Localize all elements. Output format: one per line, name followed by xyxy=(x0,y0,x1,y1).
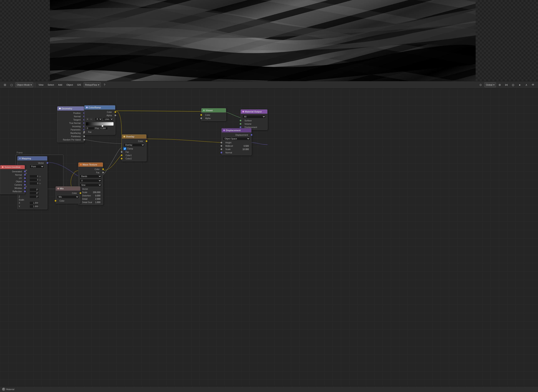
map-locx-input[interactable] xyxy=(29,175,39,178)
map-type-select[interactable]: Point xyxy=(29,165,44,168)
node-wave-texture[interactable]: Wave Texture Color Fac Bands X xyxy=(78,162,103,205)
node-displacement[interactable]: Displacement Displacement Object Space H… xyxy=(221,128,252,155)
eye-icon[interactable]: 👁 xyxy=(530,82,536,88)
mix-header[interactable]: Mix xyxy=(56,187,80,191)
wt-x-select[interactable]: X xyxy=(80,179,102,182)
tc-object-socket[interactable] xyxy=(24,181,26,182)
geometry-header[interactable]: Geometry xyxy=(57,106,84,111)
object-mode-dropdown[interactable]: Object Mode ▾ xyxy=(15,82,33,87)
help-icon[interactable]: ? xyxy=(102,82,108,88)
disp-out-socket[interactable] xyxy=(251,134,252,136)
map-rotx-input[interactable] xyxy=(29,188,39,191)
map-locy-input[interactable] xyxy=(29,178,39,182)
cr-pos-input[interactable] xyxy=(86,127,94,130)
ov-color1-socket[interactable] xyxy=(121,154,122,156)
node-colorramp[interactable]: ColorRamp Color Alpha + − RGB Linear xyxy=(84,105,115,135)
tc-camera-socket[interactable] xyxy=(24,184,26,186)
mix-mode-select[interactable]: Mix xyxy=(57,195,79,199)
overlay-header[interactable]: Overlay xyxy=(122,135,146,139)
tc-normal-socket[interactable] xyxy=(24,174,26,176)
snap-icon[interactable]: ⋈ xyxy=(504,82,509,88)
mix-color-socket[interactable] xyxy=(80,192,81,194)
map-rotz-input[interactable] xyxy=(29,195,39,198)
node-mix[interactable]: Mix Color Mix Color xyxy=(56,186,80,204)
retopo-dropdown[interactable]: RetopoFlow ▾ xyxy=(84,82,101,87)
disp-mid-socket[interactable] xyxy=(220,145,222,147)
tc-generated-socket[interactable] xyxy=(24,171,26,172)
map-vector-socket[interactable] xyxy=(47,162,48,164)
viewer-header[interactable]: Viewer xyxy=(201,108,226,112)
disp-normal-socket[interactable] xyxy=(220,152,222,153)
matout-target-select[interactable]: All xyxy=(242,115,266,118)
tc-uv-socket[interactable] xyxy=(24,177,26,179)
wt-sine-select[interactable]: Sine xyxy=(80,183,102,187)
shading-icon[interactable]: ● xyxy=(517,82,523,88)
cube-icon[interactable]: ◻ xyxy=(9,82,14,88)
matout-header[interactable]: Material Output xyxy=(241,110,267,114)
mix-color-in-socket[interactable] xyxy=(55,200,56,202)
wt-bands-select[interactable]: Bands xyxy=(80,175,102,178)
map-scalex-input[interactable] xyxy=(29,201,39,205)
map-roty-input[interactable] xyxy=(29,192,39,195)
node-viewer[interactable]: Viewer Color Alpha xyxy=(201,108,226,121)
gis-menu[interactable]: GIS xyxy=(75,83,83,86)
wt-bands-row: Bands xyxy=(78,174,103,178)
wt-color-socket[interactable] xyxy=(102,168,104,170)
compass-icon[interactable]: ⊙ xyxy=(478,82,483,88)
geometry-body: Position Normal Tangent True Normal Inco… xyxy=(57,111,84,142)
geo-pointiness-socket[interactable] xyxy=(83,135,85,137)
node-material-output[interactable]: Material Output All Surface Volume Displ… xyxy=(240,109,267,130)
ov-clamp-check[interactable] xyxy=(123,147,126,150)
map-scaley-input[interactable] xyxy=(29,205,39,208)
disp-header[interactable]: Displacement xyxy=(222,128,251,132)
ov-mode-select[interactable]: Overlay xyxy=(123,143,145,147)
mapping-header[interactable]: Mapping xyxy=(18,156,47,160)
proportional-icon[interactable]: ◎ xyxy=(510,82,516,88)
wt-color-out: Color xyxy=(78,168,103,171)
cr-stop[interactable] xyxy=(102,125,103,127)
ov-fac-socket[interactable] xyxy=(121,151,122,153)
mode-icon[interactable]: ⊞ xyxy=(2,82,8,88)
node-overlay[interactable]: Overlay Color Overlay Clamp Fac xyxy=(122,134,147,161)
cr-mode-select[interactable]: RGB xyxy=(95,117,102,121)
tc-window-socket[interactable] xyxy=(24,187,26,189)
wavetex-header[interactable]: Wave Texture xyxy=(78,163,103,167)
disp-height-socket[interactable] xyxy=(220,142,222,143)
add-menu[interactable]: Add xyxy=(56,83,64,86)
ov-color-out: Color xyxy=(122,140,146,143)
node-tex-coord[interactable]: Texture Coordinat Generated Normal UV Ob… xyxy=(0,165,25,194)
texcoord-header[interactable]: Texture Coordinat xyxy=(0,165,25,169)
viewer-color-socket[interactable] xyxy=(200,114,202,116)
matout-volume-socket[interactable] xyxy=(240,123,241,125)
cr-remove-btn[interactable]: − xyxy=(90,118,93,121)
cr-pos-value[interactable] xyxy=(100,127,108,130)
overlay-icon[interactable]: ∧ xyxy=(524,82,529,88)
global-dropdown[interactable]: Global ▾ xyxy=(484,82,496,87)
object-menu[interactable]: Object xyxy=(65,83,75,86)
colorramp-gradient[interactable] xyxy=(86,122,113,126)
disp-space-select[interactable]: Object Space xyxy=(223,137,250,140)
matout-surface-socket[interactable] xyxy=(240,120,241,121)
wt-fac-socket[interactable] xyxy=(102,172,104,173)
cr-alpha-socket[interactable] xyxy=(115,115,116,116)
pivot-icon[interactable]: ⊕ xyxy=(497,82,503,88)
map-locz-input[interactable] xyxy=(29,182,39,185)
cr-color-socket[interactable] xyxy=(115,111,116,113)
map-rot-z: Z xyxy=(18,195,47,199)
view-menu[interactable]: View xyxy=(37,83,45,86)
map-scale-x: X xyxy=(18,201,47,205)
cr-fac-socket[interactable] xyxy=(83,131,85,133)
cr-interp-select[interactable]: Linear xyxy=(103,117,113,121)
colorramp-header[interactable]: ColorRamp xyxy=(84,105,115,110)
node-geometry[interactable]: Geometry Position Normal Tangent True No… xyxy=(57,106,84,142)
ov-color-socket[interactable] xyxy=(146,140,147,142)
geo-randisland-socket[interactable] xyxy=(83,139,85,140)
cr-add-btn[interactable]: + xyxy=(86,118,89,121)
disp-scale-socket[interactable] xyxy=(220,148,222,150)
matout-disp-socket[interactable] xyxy=(240,126,241,128)
tc-reflection-socket[interactable] xyxy=(24,191,26,192)
viewer-alpha-socket[interactable] xyxy=(200,117,202,119)
select-menu[interactable]: Select xyxy=(46,83,56,86)
map-locx-unit: m xyxy=(39,175,41,177)
ov-color2-socket[interactable] xyxy=(121,158,122,159)
